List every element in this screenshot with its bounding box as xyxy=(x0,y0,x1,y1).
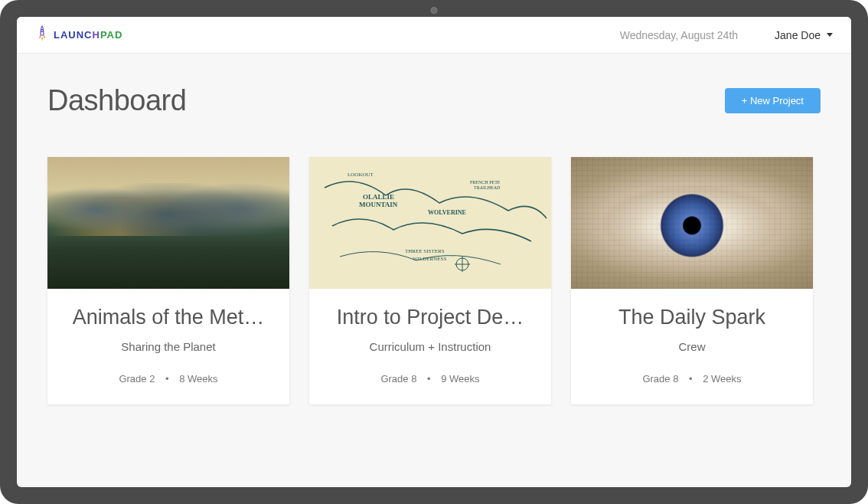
project-title: The Daily Spark xyxy=(583,306,801,329)
project-grade: Grade 8 xyxy=(642,373,678,385)
mountains-image xyxy=(47,157,289,289)
project-card-body: Animals of the Met… Sharing the Planet G… xyxy=(47,289,289,404)
project-meta: Grade 8 • 2 Weeks xyxy=(583,373,801,385)
project-subtitle: Curriculum + Instruction xyxy=(321,340,539,353)
project-title: Animals of the Met… xyxy=(60,306,277,329)
map-image: LOOKOUT OLALLIE MOUNTAIN WOLVERINE THREE… xyxy=(309,157,551,289)
svg-text:TRAILHEAD: TRAILHEAD xyxy=(474,185,501,190)
svg-text:FRENCH PETE: FRENCH PETE xyxy=(470,180,501,185)
project-duration: 9 Weeks xyxy=(441,373,479,385)
rocket-icon xyxy=(35,25,49,46)
project-cards: Animals of the Met… Sharing the Planet G… xyxy=(47,157,821,404)
project-subtitle: Sharing the Planet xyxy=(60,340,277,353)
project-title: Intro to Project De… xyxy=(321,306,539,329)
topbar: LAUNCHPAD Wednesday, August 24th Jane Do… xyxy=(17,17,851,54)
eye-mosaic-image xyxy=(571,157,813,289)
separator-dot: • xyxy=(689,373,693,385)
separator-dot: • xyxy=(165,373,169,385)
project-card[interactable]: Animals of the Met… Sharing the Planet G… xyxy=(47,157,289,404)
device-frame: LAUNCHPAD Wednesday, August 24th Jane Do… xyxy=(0,0,868,504)
project-card-body: The Daily Spark Crew Grade 8 • 2 Weeks xyxy=(571,289,813,404)
svg-text:LOOKOUT: LOOKOUT xyxy=(348,172,374,178)
logo[interactable]: LAUNCHPAD xyxy=(35,25,122,46)
project-card[interactable]: The Daily Spark Crew Grade 8 • 2 Weeks xyxy=(571,157,813,404)
project-grade: Grade 8 xyxy=(380,373,416,385)
new-project-button[interactable]: + New Project xyxy=(725,88,821,113)
project-meta: Grade 8 • 9 Weeks xyxy=(321,373,539,385)
svg-text:MOUNTAIN: MOUNTAIN xyxy=(359,201,398,208)
project-duration: 8 Weeks xyxy=(179,373,217,385)
user-menu[interactable]: Jane Doe xyxy=(775,29,833,41)
project-meta: Grade 2 • 8 Weeks xyxy=(60,373,277,385)
project-subtitle: Crew xyxy=(583,340,801,353)
svg-text:WILDERNESS: WILDERNESS xyxy=(413,256,446,262)
app-screen: LAUNCHPAD Wednesday, August 24th Jane Do… xyxy=(17,17,851,487)
svg-text:THREE SISTERS: THREE SISTERS xyxy=(405,248,445,254)
project-card-body: Intro to Project De… Curriculum + Instru… xyxy=(309,289,551,404)
separator-dot: • xyxy=(427,373,431,385)
project-card-image xyxy=(571,157,813,289)
project-duration: 2 Weeks xyxy=(703,373,741,385)
project-card-image: LOOKOUT OLALLIE MOUNTAIN WOLVERINE THREE… xyxy=(309,157,551,289)
user-name: Jane Doe xyxy=(775,29,821,41)
project-card-image xyxy=(47,157,289,289)
project-grade: Grade 2 xyxy=(119,373,155,385)
project-card[interactable]: LOOKOUT OLALLIE MOUNTAIN WOLVERINE THREE… xyxy=(309,157,551,404)
svg-text:OLALLIE: OLALLIE xyxy=(363,193,394,201)
device-camera xyxy=(431,7,438,14)
content-area: Dashboard + New Project Animals of the M… xyxy=(17,54,851,487)
page-title: Dashboard xyxy=(47,84,186,117)
caret-down-icon xyxy=(827,33,833,37)
page-header-row: Dashboard + New Project xyxy=(47,84,821,117)
logo-text: LAUNCHPAD xyxy=(54,29,122,41)
svg-text:WOLVERINE: WOLVERINE xyxy=(428,209,466,216)
svg-point-0 xyxy=(41,29,44,31)
current-date: Wednesday, August 24th xyxy=(620,29,738,41)
